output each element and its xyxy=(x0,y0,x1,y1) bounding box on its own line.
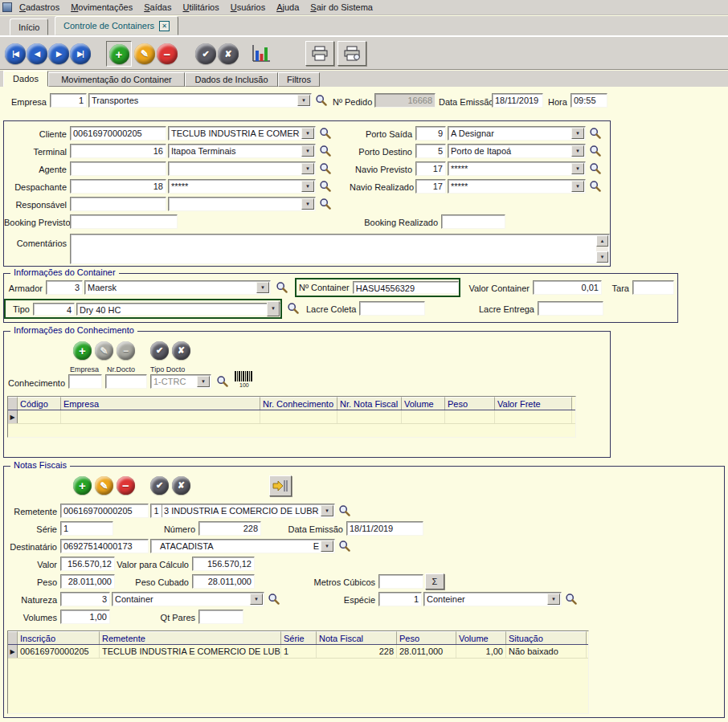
empresa-code-field[interactable]: 1 xyxy=(50,93,87,108)
natureza-combo[interactable]: Container▼ xyxy=(112,592,264,606)
subtab-filtros[interactable]: Filtros xyxy=(278,72,320,87)
navio-previsto-code-field[interactable]: 17 xyxy=(415,161,446,176)
menu-item-saidas[interactable]: Saídas xyxy=(138,1,177,14)
qt-pares-field[interactable] xyxy=(198,610,243,624)
especie-code-field[interactable]: 1 xyxy=(378,592,422,606)
agente-code-field[interactable] xyxy=(70,161,166,176)
agente-combo[interactable]: ▼ xyxy=(168,161,316,176)
serie-field[interactable]: 1 xyxy=(60,521,113,536)
especie-combo[interactable]: Conteiner▼ xyxy=(423,592,562,606)
tipo-docto-combo[interactable]: 1-CTRC▼ xyxy=(150,374,211,389)
destinatario-code-field[interactable]: 06927514000173 xyxy=(60,539,149,553)
especie-search-icon[interactable] xyxy=(565,593,578,606)
valor-container-field[interactable]: 0,01 xyxy=(533,280,602,295)
tab-inicio[interactable]: Início xyxy=(10,18,48,35)
volumes-field[interactable]: 1,00 xyxy=(60,610,110,624)
subtab-dados-inclusao[interactable]: Dados de Inclusão xyxy=(185,72,278,87)
conhecimento-grid-empty-row[interactable]: ▶ xyxy=(8,410,575,424)
remetente-search-icon[interactable] xyxy=(338,504,351,517)
peso-cubado-field[interactable]: 28.011,000 xyxy=(192,574,255,589)
dropdown-arrow-icon[interactable]: ▼ xyxy=(571,128,584,139)
app-icon[interactable] xyxy=(2,2,12,12)
tab-controle-de-containers[interactable]: Controle de Containers ✕ xyxy=(55,16,178,35)
remetente-combo[interactable]: 13 INDUSTRIA E COMERCIO DE LUBRII▼ xyxy=(150,504,335,518)
destinatario-combo[interactable]: ATACADISTAE▼ xyxy=(150,539,335,553)
natureza-search-icon[interactable] xyxy=(268,593,280,606)
conhecimento-confirm-button[interactable]: ✔ xyxy=(150,341,169,360)
cliente-search-icon[interactable] xyxy=(319,127,332,140)
numero-field[interactable]: 228 xyxy=(198,521,261,536)
nav-prev-button[interactable]: ◀ xyxy=(27,43,47,64)
dropdown-arrow-icon[interactable]: ▼ xyxy=(571,145,584,157)
comentarios-scrollbar[interactable]: ▲ ▼ xyxy=(596,235,608,263)
porto-destino-code-field[interactable]: 5 xyxy=(415,144,446,158)
nota-add-button[interactable]: + xyxy=(73,476,92,495)
nav-next-button[interactable]: ▶ xyxy=(48,43,69,64)
valor-field[interactable]: 156.570,12 xyxy=(60,557,115,571)
dropdown-arrow-icon[interactable]: ▼ xyxy=(301,181,314,192)
ncontainer-field[interactable]: HASU4556329 xyxy=(353,281,459,294)
nota-data-emissao-field[interactable]: 18/11/2019 xyxy=(346,521,423,536)
tipo-search-icon[interactable] xyxy=(287,302,300,315)
nota-edit-button[interactable]: ✎ xyxy=(95,476,113,495)
natureza-code-field[interactable]: 3 xyxy=(60,592,110,606)
armador-combo[interactable]: Maersk▼ xyxy=(84,280,271,295)
nav-first-button[interactable]: |◀ xyxy=(5,43,26,64)
print-button[interactable] xyxy=(305,41,334,66)
cliente-combo[interactable]: TECLUB INDUSTRIA E COMERCIO▼ xyxy=(168,126,316,141)
barcode-icon[interactable]: 100 xyxy=(234,370,253,390)
dropdown-arrow-icon[interactable]: ▼ xyxy=(571,163,584,174)
despachante-search-icon[interactable] xyxy=(319,180,332,193)
despachante-code-field[interactable]: 18 xyxy=(70,179,166,194)
add-record-button[interactable]: + xyxy=(109,44,129,64)
responsavel-code-field[interactable] xyxy=(70,197,166,211)
dropdown-arrow-icon[interactable]: ▼ xyxy=(197,376,210,387)
conhecimento-nrdocto-field[interactable] xyxy=(105,374,147,389)
conhecimento-cancel-button[interactable]: ✘ xyxy=(172,341,190,360)
subtab-dados[interactable]: Dados xyxy=(3,71,48,87)
nota-cancel-button[interactable]: ✘ xyxy=(172,476,190,495)
terminal-search-icon[interactable] xyxy=(319,145,332,157)
menu-item-usuarios[interactable]: Usuários xyxy=(225,1,271,14)
conhecimento-add-button[interactable]: + xyxy=(73,341,92,360)
conhecimento-search-icon[interactable] xyxy=(216,375,229,388)
cancel-button[interactable]: ✘ xyxy=(218,43,239,64)
conhecimento-delete-button[interactable]: − xyxy=(117,341,135,360)
terminal-code-field[interactable]: 16 xyxy=(70,144,166,158)
porto-destino-combo[interactable]: Porto de Itapoá▼ xyxy=(448,144,586,158)
tara-field[interactable] xyxy=(632,280,674,295)
dropdown-arrow-icon[interactable]: ▼ xyxy=(256,282,269,293)
navio-previsto-combo[interactable]: *****▼ xyxy=(448,161,586,176)
menu-item-sair-do-sistema[interactable]: Sair do Sistema xyxy=(305,1,378,14)
menu-item-utilitarios[interactable]: Utilitários xyxy=(177,1,224,14)
metros-cubicos-field[interactable] xyxy=(378,574,423,589)
agente-search-icon[interactable] xyxy=(319,162,332,175)
delete-record-button[interactable]: − xyxy=(157,43,178,64)
porto-saida-combo[interactable]: A Designar▼ xyxy=(448,126,586,141)
dropdown-arrow-icon[interactable]: ▼ xyxy=(250,594,263,605)
porto-destino-search-icon[interactable] xyxy=(589,145,602,157)
notas-grid-row[interactable]: ▶ 00616970000205 TECLUB INDUSTRIA E COME… xyxy=(8,645,588,659)
dropdown-arrow-icon[interactable]: ▼ xyxy=(301,145,314,157)
responsavel-search-icon[interactable] xyxy=(319,198,332,210)
conhecimento-edit-button[interactable]: ✎ xyxy=(95,341,113,360)
dropdown-arrow-icon[interactable]: ▼ xyxy=(321,505,333,516)
responsavel-combo[interactable]: ▼ xyxy=(168,197,316,211)
comentarios-textarea[interactable]: ▲ ▼ xyxy=(70,234,610,264)
porto-saida-search-icon[interactable] xyxy=(589,127,602,140)
peso-field[interactable]: 28.011,000 xyxy=(60,574,115,589)
tipo-code-field[interactable]: 4 xyxy=(33,303,75,316)
navio-realizado-search-icon[interactable] xyxy=(589,180,602,193)
dropdown-arrow-icon[interactable]: ▼ xyxy=(547,594,560,605)
booking-previsto-field[interactable] xyxy=(70,214,178,229)
nota-delete-button[interactable]: − xyxy=(117,476,135,495)
armador-search-icon[interactable] xyxy=(276,281,288,294)
dropdown-arrow-icon[interactable]: ▼ xyxy=(321,540,333,552)
navio-realizado-combo[interactable]: *****▼ xyxy=(448,179,586,194)
dropdown-arrow-icon[interactable]: ▼ xyxy=(301,128,314,139)
close-tab-icon[interactable]: ✕ xyxy=(159,21,170,31)
tipo-combo[interactable]: Dry 40 HC▼ xyxy=(76,303,280,316)
menu-item-movimentacoes[interactable]: Movimentações xyxy=(65,1,138,14)
booking-realizado-field[interactable] xyxy=(441,214,505,229)
conhecimento-empresa-field[interactable] xyxy=(68,374,102,389)
